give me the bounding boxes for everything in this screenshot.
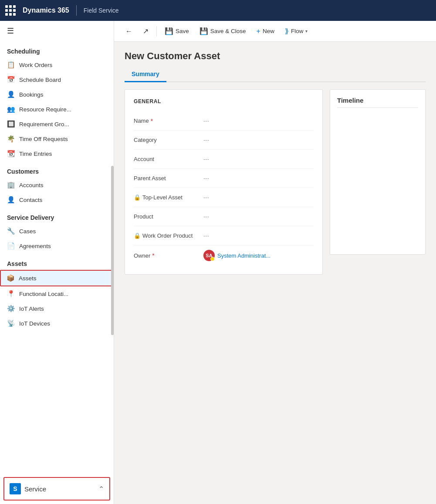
app-launcher-icon[interactable] [5, 5, 16, 16]
sidebar-section-scheduling: Scheduling [0, 41, 114, 57]
sidebar-item-assets[interactable]: 📦 Assets [0, 270, 114, 286]
field-value-parent-asset[interactable]: --- [203, 175, 209, 181]
title-divider [76, 5, 77, 16]
field-product: Product --- [134, 207, 314, 226]
sidebar-item-accounts[interactable]: 🏢 Accounts [0, 178, 114, 192]
agreements-icon: 📄 [7, 242, 15, 250]
save-close-button[interactable]: 💾 Save & Close [195, 24, 250, 38]
flow-label: Flow [291, 28, 304, 34]
time-entries-icon: 📆 [7, 150, 15, 158]
sidebar-scrollbar[interactable] [111, 21, 114, 504]
requirement-groups-icon: 🔲 [7, 120, 15, 128]
flow-icon: ⟫ [285, 27, 289, 35]
toolbar: ← ↗ 💾 Save 💾 Save & Close + New ⟫ Flow ▾ [114, 21, 436, 42]
field-label-parent-asset: Parent Asset [134, 175, 203, 181]
back-button[interactable]: ← [121, 25, 137, 38]
field-owner: Owner * SA System Administrat... [134, 245, 314, 265]
save-close-label: Save & Close [210, 28, 246, 34]
sidebar-item-cases[interactable]: 🔧 Cases [0, 224, 114, 239]
sidebar: ☰ Scheduling 📋 Work Orders 📅 Schedule Bo… [0, 21, 114, 504]
field-label-name: Name * [134, 118, 203, 124]
sidebar-label-bookings: Bookings [19, 91, 44, 98]
save-button[interactable]: 💾 Save [160, 24, 193, 38]
field-required-owner: * [152, 252, 154, 259]
sidebar-item-agreements[interactable]: 📄 Agreements [0, 239, 114, 253]
field-top-level-asset: 🔒 Top-Level Asset --- [134, 188, 314, 207]
field-value-product[interactable]: --- [203, 213, 209, 220]
sidebar-item-schedule-board[interactable]: 📅 Schedule Board [0, 72, 114, 87]
sidebar-item-time-entries[interactable]: 📆 Time Entries [0, 146, 114, 161]
sidebar-item-iot-devices[interactable]: 📡 IoT Devices [0, 316, 114, 331]
owner-name: System Administrat... [217, 252, 270, 259]
work-orders-icon: 📋 [7, 61, 15, 69]
new-icon: + [257, 27, 260, 35]
sidebar-label-work-orders: Work Orders [19, 62, 52, 68]
sidebar-item-contacts[interactable]: 👤 Contacts [0, 192, 114, 207]
field-value-top-level-asset: --- [203, 194, 209, 201]
field-value-name[interactable]: --- [203, 118, 209, 124]
sidebar-label-resource-requirements: Resource Require... [19, 106, 71, 113]
sidebar-scroll-thumb[interactable] [111, 166, 114, 335]
field-value-category[interactable]: --- [203, 137, 209, 143]
module-title: Field Service [84, 7, 119, 14]
new-button[interactable]: + New [252, 25, 279, 38]
sidebar-item-work-orders[interactable]: 📋 Work Orders [0, 57, 114, 72]
top-navigation-bar: Dynamics 365 Field Service [0, 0, 436, 21]
service-bottom-bar[interactable]: S Service ⌃ [3, 477, 110, 501]
app-title: Dynamics 365 [23, 7, 69, 14]
lock-icon-work-order: 🔒 [134, 232, 141, 239]
page-title: New Customer Asset [125, 50, 426, 62]
field-label-work-order-product: 🔒 Work Order Product [134, 232, 203, 239]
owner-field-value[interactable]: SA System Administrat... [203, 250, 270, 261]
flow-button[interactable]: ⟫ Flow ▾ [281, 24, 312, 38]
save-label: Save [176, 28, 189, 34]
tab-bar: Summary [125, 67, 426, 82]
form-row: GENERAL Name * --- Category [125, 89, 426, 275]
tab-summary[interactable]: Summary [125, 67, 166, 82]
share-button[interactable]: ↗ [139, 24, 153, 38]
functional-locations-icon: 📍 [7, 290, 15, 298]
field-work-order-product: 🔒 Work Order Product --- [134, 226, 314, 245]
sidebar-item-time-off-requests[interactable]: 🌴 Time Off Requests [0, 131, 114, 146]
save-icon: 💾 [165, 27, 173, 35]
content-area: ← ↗ 💾 Save 💾 Save & Close + New ⟫ Flow ▾ [114, 21, 436, 504]
sidebar-item-iot-alerts[interactable]: ⚙️ IoT Alerts [0, 301, 114, 316]
main-layout: ☰ Scheduling 📋 Work Orders 📅 Schedule Bo… [0, 21, 436, 504]
sidebar-item-requirement-groups[interactable]: 🔲 Requirement Gro... [0, 117, 114, 131]
sidebar-label-contacts: Contacts [19, 197, 42, 203]
sidebar-label-requirement-groups: Requirement Gro... [19, 121, 69, 128]
accounts-icon: 🏢 [7, 181, 15, 189]
field-category: Category --- [134, 131, 314, 150]
bookings-icon: 👤 [7, 91, 15, 98]
save-close-icon: 💾 [199, 27, 208, 35]
new-label: New [263, 28, 274, 34]
sidebar-section-assets: Assets [0, 253, 114, 270]
iot-alerts-icon: ⚙️ [7, 305, 15, 312]
service-label: Service [24, 485, 95, 493]
field-label-owner: Owner * [134, 252, 203, 259]
field-parent-asset: Parent Asset --- [134, 169, 314, 188]
owner-avatar: SA [203, 250, 215, 261]
hamburger-menu[interactable]: ☰ [0, 21, 114, 41]
field-label-category: Category [134, 137, 203, 143]
sidebar-item-bookings[interactable]: 👤 Bookings [0, 87, 114, 102]
sidebar-label-time-entries: Time Entries [19, 151, 52, 157]
field-value-account[interactable]: --- [203, 156, 209, 162]
time-off-requests-icon: 🌴 [7, 135, 15, 143]
toolbar-separator [156, 26, 157, 37]
schedule-board-icon: 📅 [7, 76, 15, 84]
field-account: Account --- [134, 150, 314, 169]
timeline-title: Timeline [337, 97, 418, 108]
sidebar-label-functional-locations: Functional Locati... [19, 291, 68, 297]
assets-icon: 📦 [7, 274, 14, 282]
sidebar-section-service-delivery: Service Delivery [0, 207, 114, 224]
sidebar-item-resource-requirements[interactable]: 👥 Resource Require... [0, 102, 114, 117]
flow-dropdown-icon: ▾ [305, 29, 308, 34]
sidebar-label-schedule-board: Schedule Board [19, 77, 61, 83]
service-chevron-icon: ⌃ [98, 485, 104, 493]
field-value-work-order-product: --- [203, 232, 209, 239]
share-icon: ↗ [143, 27, 149, 35]
sidebar-label-agreements: Agreements [19, 243, 51, 249]
sidebar-label-assets: Assets [19, 275, 37, 282]
sidebar-item-functional-locations[interactable]: 📍 Functional Locati... [0, 286, 114, 301]
